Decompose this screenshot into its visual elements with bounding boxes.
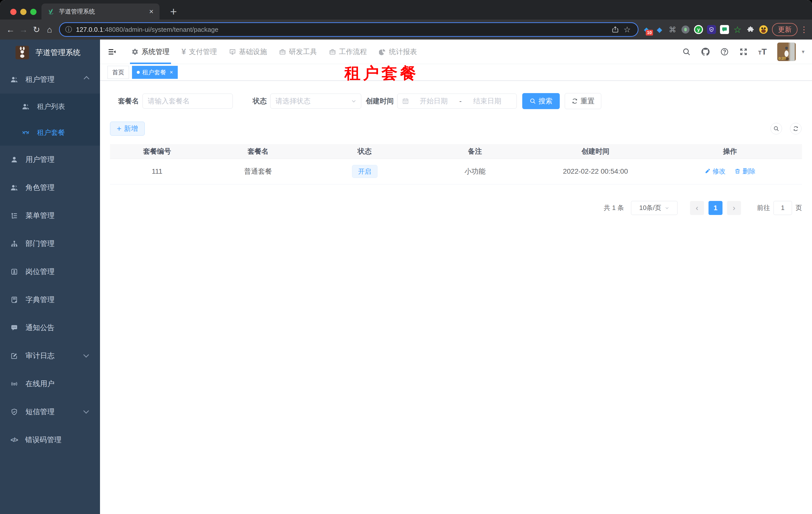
goto-page-input[interactable] — [774, 201, 792, 215]
refresh-table-button[interactable] — [790, 123, 802, 134]
chat-icon — [10, 324, 18, 331]
home-icon[interactable]: ⌂ — [43, 23, 56, 36]
next-page-button[interactable]: › — [727, 201, 741, 215]
user-avatar[interactable]: 0:20 — [777, 43, 796, 61]
extensions-puzzle-icon[interactable] — [746, 25, 755, 34]
glasses-icon — [22, 129, 29, 136]
tab-close-icon[interactable]: × — [147, 8, 155, 15]
sidebar-menu: 租户管理 租户列表 租户套餐 用户管理 — [0, 65, 100, 454]
add-button[interactable]: + 新增 — [110, 121, 145, 136]
search-icon[interactable] — [682, 48, 691, 56]
package-name-input[interactable] — [143, 93, 233, 109]
package-name-label: 套餐名 — [118, 96, 139, 106]
toggle-search-button[interactable] — [771, 123, 782, 134]
topnav-system[interactable]: 系统管理 — [125, 39, 175, 64]
briefcase-icon — [329, 48, 336, 55]
col-remark: 备注 — [417, 144, 533, 159]
tag-home[interactable]: 首页 — [108, 66, 129, 79]
calendar-icon — [402, 98, 409, 105]
start-date-placeholder: 开始日期 — [409, 96, 458, 106]
minimize-window-button[interactable] — [20, 9, 27, 15]
sidebar-item-online-users[interactable]: 在线用户 — [0, 370, 100, 398]
extension-star-icon[interactable]: ☆ — [732, 25, 743, 34]
extension-y-icon[interactable]: y — [694, 25, 703, 34]
extension-gem-icon[interactable]: ◆ — [655, 25, 665, 34]
close-window-button[interactable] — [10, 9, 17, 15]
cell-status: 开启 — [312, 159, 417, 184]
site-info-icon[interactable]: ⓘ — [65, 25, 72, 34]
sidebar-item-tenant-package[interactable]: 租户套餐 — [0, 119, 100, 146]
cell-package-id: 111 — [110, 159, 204, 184]
sidebar-item-tenant-list[interactable]: 租户列表 — [0, 93, 100, 119]
create-time-label: 创建时间 — [366, 96, 394, 106]
topnav-dev-tools[interactable]: 研发工具 — [273, 39, 323, 64]
sidebar-item-tenant-management[interactable]: 租户管理 — [0, 65, 100, 93]
tag-tenant-package[interactable]: 租户套餐 × — [132, 66, 178, 79]
browser-toolbar: ← → ↻ ⌂ ⓘ 127.0.0.1:48080/admin-ui/syste… — [0, 20, 812, 39]
topnav-payment[interactable]: ¥ 支付管理 — [175, 39, 223, 64]
address-bar[interactable]: ⓘ 127.0.0.1:48080/admin-ui/system/tenant… — [59, 22, 638, 37]
extension-orb-icon[interactable] — [680, 25, 691, 34]
dashboard-icon — [379, 48, 386, 55]
fullscreen-icon[interactable] — [739, 48, 748, 56]
browser-menu-icon[interactable]: ⋮ — [800, 25, 807, 34]
reload-icon[interactable]: ↻ — [30, 23, 43, 36]
zoom-window-button[interactable] — [30, 9, 36, 15]
new-tab-button[interactable]: + — [166, 3, 181, 20]
extension-emoji-icon[interactable] — [758, 25, 768, 34]
sidebar-item-dict-management[interactable]: 字典管理 — [0, 286, 100, 314]
url-text: 127.0.0.1:48080/admin-ui/system/tenant/p… — [76, 26, 219, 33]
sidebar-item-audit-log[interactable]: 审计日志 — [0, 342, 100, 370]
bookmark-star-icon[interactable]: ☆ — [624, 25, 631, 34]
topnav-workflow[interactable]: 工作流程 — [323, 39, 373, 64]
avatar-time-overlay: 0:20 — [779, 56, 786, 60]
topnav-reports[interactable]: 统计报表 — [373, 39, 423, 64]
edit-link[interactable]: 修改 — [704, 167, 725, 176]
reset-button[interactable]: 重置 — [565, 93, 601, 109]
app-title: 芋道管理系统 — [35, 48, 81, 58]
extension-command-icon[interactable]: ⌘ — [667, 25, 677, 34]
sidebar-item-role-management[interactable]: 角色管理 — [0, 174, 100, 202]
prev-page-button[interactable]: ‹ — [690, 201, 704, 215]
font-size-icon[interactable]: TT — [758, 47, 767, 57]
extension-diamond-icon[interactable]: ◆10 — [641, 25, 651, 34]
plus-icon: + — [117, 125, 121, 133]
tag-close-icon[interactable]: × — [170, 69, 173, 76]
sidebar-item-sms-management[interactable]: 短信管理 — [0, 398, 100, 426]
sidebar-item-post-management[interactable]: 岗位管理 — [0, 258, 100, 286]
sidebar-item-error-code[interactable]: </> 错误码管理 — [0, 426, 100, 454]
extension-shield-icon[interactable] — [706, 25, 717, 34]
caret-down-icon[interactable]: ▾ — [802, 49, 805, 55]
sidebar-item-user-management[interactable]: 用户管理 — [0, 146, 100, 174]
chevron-down-icon — [351, 98, 356, 104]
status-badge[interactable]: 开启 — [352, 165, 377, 178]
extension-chat-icon[interactable] — [720, 25, 729, 34]
page-size-select[interactable]: 10条/页 — [631, 201, 677, 215]
tab-title: 芋道管理系统 — [59, 7, 147, 16]
page-content: 套餐名 状态 请选择状态 创建时间 开始日期 - 结束日期 — [100, 81, 812, 215]
share-icon[interactable] — [611, 26, 619, 33]
sidebar-item-department-management[interactable]: 部门管理 — [0, 230, 100, 258]
search-button[interactable]: 搜索 — [522, 93, 560, 109]
browser-tab[interactable]: 芋道管理系统 × — [41, 3, 160, 20]
sidebar-fold-icon[interactable] — [108, 47, 116, 56]
window-controls — [10, 9, 36, 15]
sidebar-item-notice[interactable]: 通知公告 — [0, 314, 100, 342]
date-range-picker[interactable]: 开始日期 - 结束日期 — [397, 93, 517, 109]
main-area: 系统管理 ¥ 支付管理 基础设施 研发工具 工作流程 — [100, 39, 812, 514]
trash-icon — [734, 168, 741, 174]
help-icon[interactable] — [720, 48, 729, 56]
topnav-infrastructure[interactable]: 基础设施 — [223, 39, 273, 64]
delete-link[interactable]: 删除 — [734, 167, 755, 176]
sidebar-item-menu-management[interactable]: 菜单管理 — [0, 202, 100, 230]
goto-label: 前往 — [757, 204, 770, 212]
github-icon[interactable] — [701, 48, 710, 56]
back-icon[interactable]: ← — [4, 23, 17, 36]
search-icon — [773, 126, 779, 132]
package-table: 套餐编号 套餐名 状态 备注 创建时间 操作 111 普通套餐 — [110, 144, 802, 184]
status-select[interactable]: 请选择状态 — [270, 93, 361, 109]
chrome-update-button[interactable]: 更新 — [772, 23, 798, 36]
forward-icon[interactable]: → — [17, 23, 30, 36]
yen-icon: ¥ — [181, 47, 186, 56]
current-page[interactable]: 1 — [708, 201, 723, 215]
